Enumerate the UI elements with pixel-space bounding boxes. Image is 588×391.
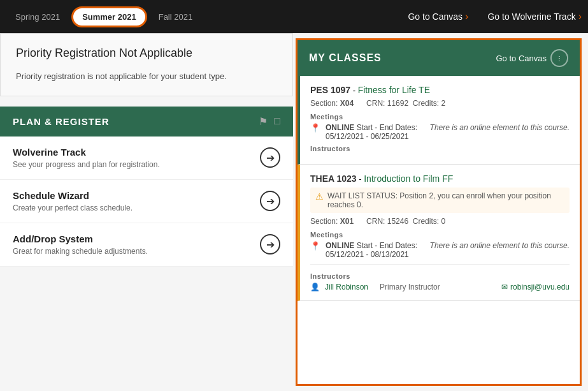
spring-2021-tab[interactable]: Spring 2021 xyxy=(6,8,69,26)
wolverine-track-content: Wolverine Track See your progress and pl… xyxy=(13,147,160,169)
wolverine-track-arrow-icon[interactable]: ➔ xyxy=(260,147,280,168)
thea1023-instructor-row: 👤 Jill Robinson Primary Instructor ✉ rob… xyxy=(310,283,570,291)
pin-icon-2: 📍 xyxy=(310,241,320,251)
schedule-wizard-content: Schedule Wizard Create your perfect clas… xyxy=(13,190,133,212)
summer-2021-tab[interactable]: Summer 2021 xyxy=(71,6,147,27)
add-drop-title: Add/Drop System xyxy=(13,233,148,244)
course-card-pes1097: PES 1097 - Fitness for Life TE Section: … xyxy=(298,76,580,165)
thea1023-instructors-section: Instructors 👤 Jill Robinson Primary Inst… xyxy=(310,264,570,291)
priority-title: Priority Registration Not Applicable xyxy=(16,47,277,60)
canvas-arrow-icon: › xyxy=(465,11,468,22)
go-to-canvas-link[interactable]: Go to Canvas › xyxy=(408,11,468,22)
pes1097-meta: Section: X04 CRN: 11692 Credits: 2 xyxy=(310,99,570,108)
top-navigation: Spring 2021 Summer 2021 Fall 2021 Go to … xyxy=(0,0,588,33)
left-panel: Priority Registration Not Applicable Pri… xyxy=(0,33,293,391)
semester-tabs: Spring 2021 Summer 2021 Fall 2021 xyxy=(6,0,201,33)
expand-icon[interactable]: □ xyxy=(274,115,280,128)
thea1023-meta: Section: X01 CRN: 15246 Credits: 0 xyxy=(310,217,570,226)
go-to-wolverine-track-link[interactable]: Go to Wolverine Track › xyxy=(487,11,582,22)
canvas-dots-icon: ⋮ xyxy=(550,49,568,67)
thea1023-meeting-row: 📍 ONLINE Start - End Dates: 05/12/2021 -… xyxy=(310,241,570,259)
thea1023-meeting-note: There is an online element to this cours… xyxy=(430,241,570,250)
instructor-role: Primary Instructor xyxy=(373,283,496,291)
thea1023-crn: CRN: 15246 Credits: 0 xyxy=(366,217,445,226)
pes1097-separator: - xyxy=(353,85,358,95)
instructor-name-link[interactable]: Jill Robinson xyxy=(325,283,368,291)
add-drop-desc: Great for making schedule adjustments. xyxy=(13,247,148,256)
thea1023-section: Section: X01 xyxy=(310,217,354,226)
my-classes-panel: MY CLASSES Go to Canvas ⋮ PES 1097 - Fit… xyxy=(296,38,582,386)
thea1023-waitlist-msg: WAIT LIST STATUS: Position 2, you can en… xyxy=(327,191,564,209)
email-icon: ✉ xyxy=(501,283,508,291)
schedule-wizard-title: Schedule Wizard xyxy=(13,190,133,201)
plan-register-title: PLAN & REGISTER xyxy=(13,116,110,127)
priority-text: Priority registration is not applicable … xyxy=(16,70,277,83)
schedule-wizard-desc: Create your perfect class schedule. xyxy=(13,203,133,212)
wolverine-track-desc: See your progress and plan for registrat… xyxy=(13,160,160,169)
wolverine-link-label: Go to Wolverine Track xyxy=(487,11,575,22)
pes1097-section: Section: X04 xyxy=(310,99,354,108)
pes1097-meetings-label: Meetings xyxy=(310,113,570,121)
wolverine-arrow-icon: › xyxy=(578,11,582,22)
thea1023-instructors-label: Instructors xyxy=(310,272,570,280)
thea1023-meetings-label: Meetings xyxy=(310,231,570,239)
my-classes-header: MY CLASSES Go to Canvas ⋮ xyxy=(298,40,580,76)
pes1097-name: Fitness for Life TE xyxy=(358,85,430,95)
pes1097-meeting-note: There is an online element to this cours… xyxy=(430,123,570,132)
pes1097-crn: CRN: 11692 Credits: 2 xyxy=(366,99,445,108)
instructor-email-address: robinsji@uvu.edu xyxy=(510,283,570,291)
instructor-email[interactable]: ✉ robinsji@uvu.edu xyxy=(501,283,570,291)
main-content: Priority Registration Not Applicable Pri… xyxy=(0,33,588,391)
pes1097-instructors-label: Instructors xyxy=(310,145,570,152)
thea1023-separator: - xyxy=(359,174,364,184)
course-card-thea1023: THEA 1023 - Introduction to Film FF ⚠ WA… xyxy=(298,165,580,301)
my-classes-canvas-link[interactable]: Go to Canvas ⋮ xyxy=(496,49,569,67)
pes1097-meeting-info: ONLINE Start - End Dates: 05/12/2021 - 0… xyxy=(326,123,425,141)
schedule-wizard-arrow-icon[interactable]: ➔ xyxy=(260,191,280,211)
user-icon: 👤 xyxy=(310,283,320,291)
thea1023-code: THEA 1023 xyxy=(310,173,357,184)
thea1023-title-line: THEA 1023 - Introduction to Film FF xyxy=(310,173,570,184)
fall-2021-tab[interactable]: Fall 2021 xyxy=(150,8,201,26)
plan-register-icons: ⚑ □ xyxy=(259,115,280,128)
nav-links: Go to Canvas › Go to Wolverine Track › xyxy=(408,0,582,33)
plan-register-header: PLAN & REGISTER ⚑ □ xyxy=(0,107,293,136)
bookmark-icon[interactable]: ⚑ xyxy=(259,115,268,128)
schedule-wizard-menu-item[interactable]: Schedule Wizard Create your perfect clas… xyxy=(0,180,293,223)
canvas-link-label: Go to Canvas xyxy=(408,11,463,22)
pes1097-meeting-row: 📍 ONLINE Start - End Dates: 05/12/2021 -… xyxy=(310,123,570,141)
canvas-link-text: Go to Canvas xyxy=(496,54,547,63)
add-drop-arrow-icon[interactable]: ➔ xyxy=(260,234,280,255)
warning-icon: ⚠ xyxy=(315,191,324,202)
wolverine-track-menu-item[interactable]: Wolverine Track See your progress and pl… xyxy=(0,136,293,180)
thea1023-waitlist-warning: ⚠ WAIT LIST STATUS: Position 2, you can … xyxy=(310,188,570,213)
add-drop-menu-item[interactable]: Add/Drop System Great for making schedul… xyxy=(0,223,293,267)
pin-icon: 📍 xyxy=(310,123,320,133)
priority-registration-box: Priority Registration Not Applicable Pri… xyxy=(0,33,293,96)
wolverine-track-title: Wolverine Track xyxy=(13,147,160,158)
priority-description: Priority registration is not applicable … xyxy=(16,71,227,81)
thea1023-name: Introduction to Film FF xyxy=(364,173,453,184)
pes1097-title-line: PES 1097 - Fitness for Life TE xyxy=(310,85,570,95)
thea1023-meeting-info: ONLINE Start - End Dates: 05/12/2021 - 0… xyxy=(326,241,425,259)
thea1023-meeting-type: ONLINE xyxy=(326,241,354,250)
pes1097-code: PES 1097 xyxy=(310,85,350,95)
pes1097-meeting-type: ONLINE xyxy=(326,123,354,132)
add-drop-content: Add/Drop System Great for making schedul… xyxy=(13,233,148,256)
my-classes-title: MY CLASSES xyxy=(309,52,382,64)
